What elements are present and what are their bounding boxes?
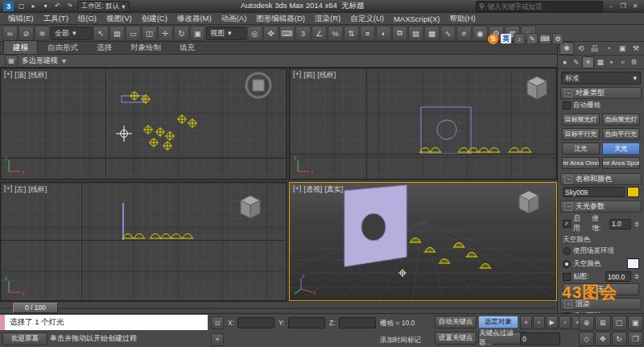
play-button[interactable]: ▶ [546, 316, 558, 329]
viewport-menu-shading[interactable]: [线框] [28, 184, 47, 195]
wall-object-perspective[interactable] [345, 185, 407, 266]
viewport-menu-pov[interactable]: [左] [14, 184, 26, 195]
material-editor-icon[interactable]: ◉ [473, 26, 488, 41]
transform-typein-mode-icon[interactable]: ⌖ [211, 333, 224, 346]
key-filters-button[interactable]: 关键点过滤器... [478, 332, 526, 345]
viewport-perspective[interactable]: [+] [透视] [真实] [289, 182, 557, 301]
select-by-name-icon[interactable]: ▤ [109, 26, 125, 41]
collapse-icon[interactable]: − [564, 176, 572, 184]
object-type-button[interactable]: 泛光 [562, 143, 600, 155]
shapes-category-icon[interactable]: ✎ [571, 57, 581, 68]
ribbon-tab[interactable]: 填充 [171, 41, 204, 54]
menu-item[interactable]: 修改器(M) [172, 13, 217, 25]
spinner-snap-icon[interactable]: ⇅ [344, 26, 359, 41]
autogrid-checkbox[interactable] [563, 101, 571, 109]
select-and-move-icon[interactable]: ✛ [158, 26, 173, 41]
light-type-dropdown[interactable]: 标准 ▾ [561, 72, 641, 85]
close-icon[interactable]: ✕ [630, 2, 641, 11]
menu-item[interactable]: 视图(V) [101, 13, 137, 25]
use-environment-radio[interactable] [563, 247, 571, 255]
menu-item[interactable]: 自定义(U) [345, 13, 389, 25]
ime-voice-icon[interactable]: ♪ [514, 33, 525, 44]
select-object-icon[interactable]: ↖ [93, 26, 109, 41]
maximize-viewport-icon[interactable]: ❒ [628, 332, 643, 347]
minimize-icon[interactable]: – [605, 2, 617, 11]
polygon-modeling-icon[interactable]: ▦ [5, 55, 18, 68]
ribbon-tab[interactable]: 对象绘制 [122, 41, 170, 54]
viewport-top[interactable]: [+] [顶] [线框] [0, 68, 287, 180]
object-type-button[interactable]: 目标聚光灯 [562, 114, 600, 126]
skylight-on-checkbox[interactable]: ✓ [563, 220, 571, 228]
menu-item[interactable]: 编辑(E) [3, 13, 39, 25]
edit-named-sets-icon[interactable]: ≡ [360, 26, 375, 41]
zoom-extents-all-icon[interactable]: ▣ [628, 316, 643, 331]
time-slider-track[interactable] [2, 308, 555, 309]
viewport-menu-general[interactable]: [+] [4, 70, 12, 81]
omni-light-perspective[interactable] [398, 269, 407, 277]
viewport-menu-pov[interactable]: [前] [303, 70, 315, 81]
dome-lights-left[interactable] [122, 234, 194, 239]
ime-handwrite-icon[interactable]: ✎ [526, 33, 538, 44]
curve-editor-icon[interactable]: ∿ [440, 26, 456, 41]
object-type-button[interactable]: 天光 [602, 143, 640, 155]
object-type-button[interactable]: mr Area Spot [602, 157, 640, 169]
keyboard-override-icon[interactable]: ⌨ [279, 26, 295, 41]
object-type-button[interactable]: mr Area Omni [562, 157, 600, 169]
previous-frame-button[interactable]: ‹ [533, 316, 545, 329]
sky-color-swatch[interactable] [627, 258, 639, 269]
open-file-icon[interactable]: ▸ [28, 2, 39, 11]
lights-category-icon[interactable]: ☀ [582, 56, 594, 68]
next-frame-button[interactable]: › [559, 316, 571, 329]
z-coordinate-field[interactable] [339, 317, 376, 328]
layer-manager-icon[interactable]: ▤ [408, 26, 423, 41]
orbit-icon[interactable]: ↻ [612, 332, 627, 347]
search-input[interactable] [486, 2, 600, 11]
selection-filter-dropdown[interactable]: 全部 ▾ [51, 27, 93, 40]
maxscript-mini-listener[interactable]: 选择了 1 个灯光 [5, 315, 208, 330]
multiplier-spinner[interactable] [634, 221, 639, 227]
cameras-category-icon[interactable]: ▦ [595, 57, 605, 68]
selected-filter-dropdown[interactable]: 选定对象 [478, 316, 518, 328]
ime-language-toggle[interactable]: 英 [501, 34, 511, 43]
viewport-menu-pov[interactable]: [透视] [303, 184, 322, 195]
new-scene-icon[interactable]: ▢ [16, 2, 27, 11]
ribbon-tab[interactable]: 选择 [88, 41, 121, 54]
current-frame-field[interactable]: 0 [520, 333, 560, 345]
zoom-icon[interactable]: ⊕ [579, 316, 594, 331]
ribbon-tab[interactable]: 自由形式 [39, 41, 87, 54]
ime-keyboard-icon[interactable]: ⌨ [539, 33, 551, 44]
object-name-field[interactable] [563, 187, 625, 197]
mirror-icon[interactable]: ◐ [376, 26, 391, 41]
menu-item[interactable]: 工具(T) [39, 13, 73, 25]
map-checkbox[interactable] [563, 273, 571, 281]
redo-icon[interactable]: ↷ [64, 2, 75, 11]
viewcube[interactable] [246, 73, 270, 97]
menu-item[interactable]: 创建(C) [137, 13, 172, 25]
helpers-category-icon[interactable]: ⌖ [606, 57, 617, 68]
collapse-icon[interactable]: − [564, 203, 572, 211]
align-icon[interactable]: ⧉ [392, 26, 407, 41]
app-logo-icon[interactable]: 3 [3, 2, 14, 11]
omni-lights-top[interactable] [130, 91, 197, 151]
unlink-selection-icon[interactable]: ⊘ [19, 26, 34, 41]
schematic-view-icon[interactable]: # [456, 26, 472, 41]
viewport-menu-shading[interactable]: [线框] [317, 70, 336, 81]
viewport-menu-general[interactable]: [+] [293, 70, 301, 81]
sky-color-radio[interactable] [563, 260, 571, 268]
menu-item[interactable]: 渲染(R) [310, 13, 345, 25]
welcome-screen-button[interactable]: 欢迎屏幕 [2, 333, 47, 345]
select-and-scale-icon[interactable]: ▣ [190, 26, 205, 41]
select-and-rotate-icon[interactable]: ↻ [174, 26, 189, 41]
window-crossing-icon[interactable]: ◫ [142, 26, 157, 41]
object-type-button[interactable]: 自由聚光灯 [602, 114, 640, 126]
use-pivot-center-icon[interactable]: ◎ [247, 26, 262, 41]
add-time-tag[interactable]: 添加时间标记 [380, 336, 421, 345]
ribbon-toggle-icon[interactable]: ▦ [424, 26, 440, 41]
viewport-left[interactable]: [+] [左] [线框] y z [0, 182, 287, 301]
ime-toolbox-icon[interactable]: ⚙ [552, 33, 564, 44]
ime-logo-icon[interactable]: S [488, 34, 498, 44]
viewcube[interactable] [519, 191, 539, 213]
utilities-tab[interactable]: ⚒ [630, 43, 642, 54]
field-of-view-icon[interactable]: ◇ [579, 332, 594, 347]
bind-to-space-warp-icon[interactable]: ≋ [35, 26, 50, 41]
